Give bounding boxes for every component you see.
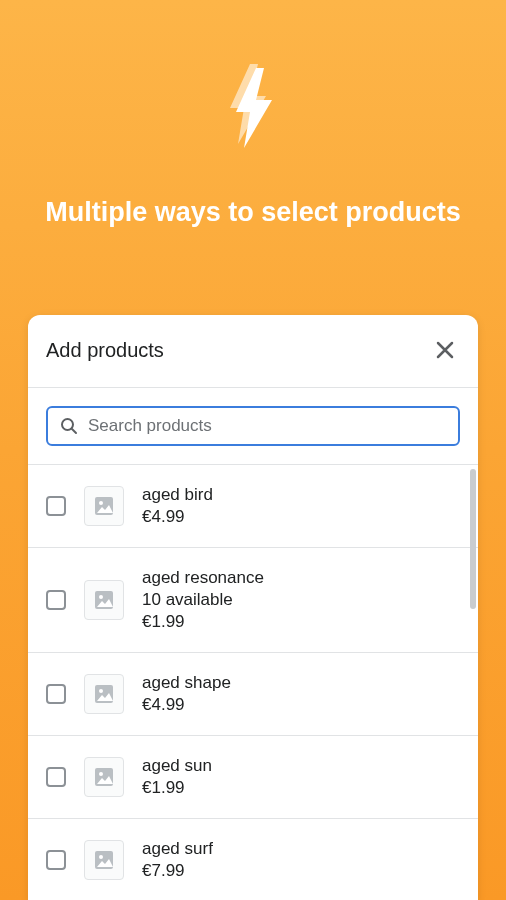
product-availability: 10 available xyxy=(142,590,264,610)
product-thumbnail xyxy=(84,674,124,714)
product-row[interactable]: aged shape€4.99 xyxy=(28,653,478,736)
product-price: €1.99 xyxy=(142,612,264,632)
product-name: aged resonance xyxy=(142,568,264,588)
add-products-modal: Add products aged bird€4.99aged resonanc… xyxy=(28,315,478,900)
product-list: aged bird€4.99aged resonance10 available… xyxy=(28,464,478,900)
close-icon xyxy=(434,339,456,361)
svg-point-4 xyxy=(99,595,103,599)
lightning-icon xyxy=(218,60,288,154)
image-placeholder-icon xyxy=(93,849,115,871)
product-checkbox[interactable] xyxy=(46,684,66,704)
product-name: aged bird xyxy=(142,485,213,505)
product-row[interactable]: aged sun€1.99 xyxy=(28,736,478,819)
product-row[interactable]: aged bird€4.99 xyxy=(28,465,478,548)
svg-point-8 xyxy=(99,772,103,776)
image-placeholder-icon xyxy=(93,589,115,611)
product-checkbox[interactable] xyxy=(46,590,66,610)
product-row[interactable]: aged surf€7.99 xyxy=(28,819,478,900)
search-box[interactable] xyxy=(46,406,460,446)
search-icon xyxy=(60,417,78,435)
product-info: aged resonance10 available€1.99 xyxy=(142,568,264,632)
svg-point-2 xyxy=(99,501,103,505)
product-info: aged shape€4.99 xyxy=(142,673,231,715)
product-thumbnail xyxy=(84,840,124,880)
product-name: aged surf xyxy=(142,839,213,859)
svg-point-10 xyxy=(99,855,103,859)
modal-header: Add products xyxy=(28,315,478,387)
image-placeholder-icon xyxy=(93,766,115,788)
search-input[interactable] xyxy=(88,416,446,436)
product-name: aged sun xyxy=(142,756,212,776)
product-checkbox[interactable] xyxy=(46,496,66,516)
hero-title: Multiple ways to select products xyxy=(0,194,506,230)
product-price: €4.99 xyxy=(142,695,231,715)
product-thumbnail xyxy=(84,580,124,620)
product-thumbnail xyxy=(84,486,124,526)
product-price: €4.99 xyxy=(142,507,213,527)
close-button[interactable] xyxy=(430,335,460,365)
product-info: aged surf€7.99 xyxy=(142,839,213,881)
svg-point-6 xyxy=(99,689,103,693)
product-checkbox[interactable] xyxy=(46,850,66,870)
header-section: Multiple ways to select products xyxy=(0,0,506,230)
product-price: €1.99 xyxy=(142,778,212,798)
scrollbar[interactable] xyxy=(470,469,476,609)
product-row[interactable]: aged resonance10 available€1.99 xyxy=(28,548,478,653)
product-checkbox[interactable] xyxy=(46,767,66,787)
product-thumbnail xyxy=(84,757,124,797)
image-placeholder-icon xyxy=(93,683,115,705)
product-info: aged sun€1.99 xyxy=(142,756,212,798)
product-price: €7.99 xyxy=(142,861,213,881)
modal-title: Add products xyxy=(46,339,164,362)
search-section xyxy=(28,388,478,464)
product-name: aged shape xyxy=(142,673,231,693)
image-placeholder-icon xyxy=(93,495,115,517)
product-info: aged bird€4.99 xyxy=(142,485,213,527)
